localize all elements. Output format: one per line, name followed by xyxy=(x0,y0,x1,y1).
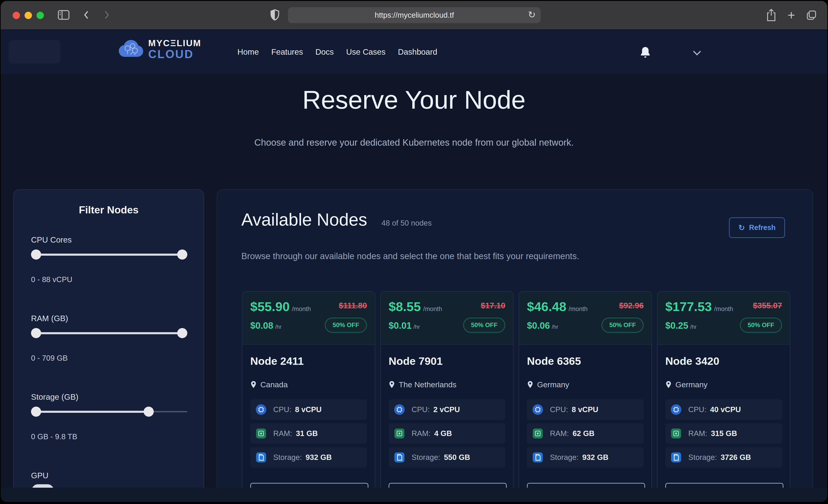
spec-row-ram: RAM: 4 GB xyxy=(388,423,505,444)
monthly-price: $46.48 xyxy=(527,299,566,314)
ram-label: RAM: xyxy=(550,429,569,438)
ram-slider-track[interactable] xyxy=(31,332,187,334)
node-location: Canada xyxy=(250,380,367,389)
node-card[interactable]: $177.53/month $0.25/hr $355.07 50% OFF N… xyxy=(657,291,790,488)
spec-row-storage: Storage: 3726 GB xyxy=(665,447,782,468)
page-subtitle: Choose and reserve your dedicated Kubern… xyxy=(1,137,827,148)
per-hour-label: /hr xyxy=(552,324,558,330)
node-card[interactable]: $8.55/month $0.01/hr $17.10 50% OFF Node… xyxy=(380,291,513,488)
reload-icon[interactable]: ↻ xyxy=(528,9,536,20)
node-card-pricing: $8.55/month $0.01/hr $17.10 50% OFF xyxy=(381,292,513,345)
original-price: $111.80 xyxy=(339,301,367,310)
sidebar-toggle-icon[interactable] xyxy=(58,10,70,21)
location-pin-icon xyxy=(665,381,672,389)
ram-value: 31 GB xyxy=(296,429,318,438)
ram-icon xyxy=(532,428,543,439)
filter-panel-title: Filter Nodes xyxy=(14,204,204,216)
per-month-label: /month xyxy=(292,305,311,312)
url-bar[interactable]: https://myceliumcloud.tf ↻ xyxy=(288,7,541,23)
ram-value: 62 GB xyxy=(573,429,594,438)
storage-icon xyxy=(532,452,543,463)
forward-button[interactable] xyxy=(102,10,112,21)
site-navbar: MYCΞLIUM CLOUD Home Features Docs Use Ca… xyxy=(1,30,827,75)
minimize-window-button[interactable] xyxy=(25,12,32,19)
cpu-icon xyxy=(394,404,405,415)
cpu-slider-handle-max[interactable] xyxy=(177,249,187,260)
node-location: Germany xyxy=(665,380,782,389)
location-pin-icon xyxy=(388,381,395,389)
check-node-health-button[interactable]: Check Node Health xyxy=(250,483,368,488)
logo-text: MYCΞLIUM CLOUD xyxy=(148,39,201,60)
tab-overview-icon[interactable] xyxy=(806,10,817,22)
storage-slider-handle-max[interactable] xyxy=(143,407,154,417)
cpu-filter-label: CPU Cores xyxy=(31,235,72,244)
available-nodes-panel: Available Nodes 48 of 50 nodes ↻ Refresh… xyxy=(217,189,813,488)
zoom-window-button[interactable] xyxy=(37,12,44,19)
node-card[interactable]: $46.48/month $0.06/hr $92.96 50% OFF Nod… xyxy=(519,291,652,488)
cpu-slider-handle-min[interactable] xyxy=(31,249,41,260)
filter-panel: Filter Nodes CPU Cores 0 - 88 vCPU RAM (… xyxy=(13,189,204,488)
storage-slider-track[interactable] xyxy=(31,411,149,413)
nav-item-features[interactable]: Features xyxy=(271,47,303,56)
ram-slider-handle-max[interactable] xyxy=(177,328,187,338)
nav-item-use-cases[interactable]: Use Cases xyxy=(346,47,385,56)
per-hour-label: /hr xyxy=(413,324,420,330)
node-specs: CPU: 8 vCPU RAM: 31 GB xyxy=(250,399,367,468)
refresh-button[interactable]: ↻ Refresh xyxy=(729,217,785,238)
nav-item-home[interactable]: Home xyxy=(237,47,259,56)
new-tab-icon[interactable]: + xyxy=(788,10,795,20)
storage-slider-handle-min[interactable] xyxy=(31,407,41,417)
original-price: $17.10 xyxy=(481,301,505,310)
cpu-filter-range: 0 - 88 vCPU xyxy=(31,275,72,284)
window-bottom-strip xyxy=(1,488,827,502)
ram-range-slider[interactable] xyxy=(31,328,187,339)
check-node-health-button[interactable]: Check Node Health xyxy=(527,483,645,488)
back-button[interactable] xyxy=(82,10,91,21)
monthly-price: $55.90 xyxy=(250,299,290,314)
check-node-health-button[interactable]: Check Node Health xyxy=(388,483,507,488)
ram-filter-range: 0 - 709 GB xyxy=(31,354,68,363)
site-logo[interactable]: MYCΞLIUM CLOUD xyxy=(117,37,201,61)
user-menu-chevron-down-icon[interactable] xyxy=(692,50,702,57)
node-location-text: Canada xyxy=(260,380,288,389)
logo-line2: CLOUD xyxy=(148,48,201,60)
storage-value: 932 GB xyxy=(582,453,609,462)
ram-label: RAM: xyxy=(688,429,707,438)
node-specs: CPU: 2 vCPU RAM: 4 GB xyxy=(388,399,505,468)
share-icon[interactable] xyxy=(766,9,777,23)
available-nodes-header: Available Nodes 48 of 50 nodes xyxy=(241,210,431,229)
check-node-health-button[interactable]: Check Node Health xyxy=(665,483,783,488)
screenshot-root: https://myceliumcloud.tf ↻ + xyxy=(0,0,828,504)
node-location-text: Germany xyxy=(537,380,569,389)
close-window-button[interactable] xyxy=(13,12,20,19)
node-name: Node 3420 xyxy=(665,355,782,367)
gpu-toggle[interactable] xyxy=(32,484,54,488)
spec-row-storage: Storage: 932 GB xyxy=(250,447,367,468)
browser-titlebar: https://myceliumcloud.tf ↻ + xyxy=(1,1,827,30)
notifications-bell-icon[interactable] xyxy=(639,46,652,60)
refresh-icon: ↻ xyxy=(738,223,745,232)
per-month-label: /month xyxy=(714,305,733,312)
node-card-body: Node 2411 Canada CPU: 8 vCPU xyxy=(242,355,375,488)
discount-badge: 50% OFF xyxy=(325,318,367,333)
cpu-label: CPU: xyxy=(273,405,291,414)
node-location-text: The Netherlands xyxy=(399,380,456,389)
nav-item-dashboard[interactable]: Dashboard xyxy=(398,47,437,56)
storage-value: 550 GB xyxy=(444,453,470,462)
cpu-icon xyxy=(670,404,682,415)
logo-line1: MYCΞLIUM xyxy=(148,39,201,48)
nav-item-docs[interactable]: Docs xyxy=(316,47,334,56)
storage-range-slider[interactable] xyxy=(31,406,187,417)
storage-icon xyxy=(255,452,267,463)
per-hour-label: /hr xyxy=(690,324,697,330)
spec-row-storage: Storage: 550 GB xyxy=(388,447,505,468)
ram-value: 4 GB xyxy=(434,429,452,438)
node-card-body: Node 7901 The Netherlands CPU: 2 vCPU xyxy=(381,355,513,488)
cpu-slider-track[interactable] xyxy=(31,254,187,256)
cpu-range-slider[interactable] xyxy=(31,249,187,260)
cpu-label: CPU: xyxy=(688,405,706,414)
privacy-shield-icon[interactable] xyxy=(269,9,281,23)
storage-label: Storage: xyxy=(550,453,579,462)
ram-slider-handle-min[interactable] xyxy=(31,328,41,338)
node-card[interactable]: $55.90/month $0.08/hr $111.80 50% OFF No… xyxy=(242,291,375,488)
